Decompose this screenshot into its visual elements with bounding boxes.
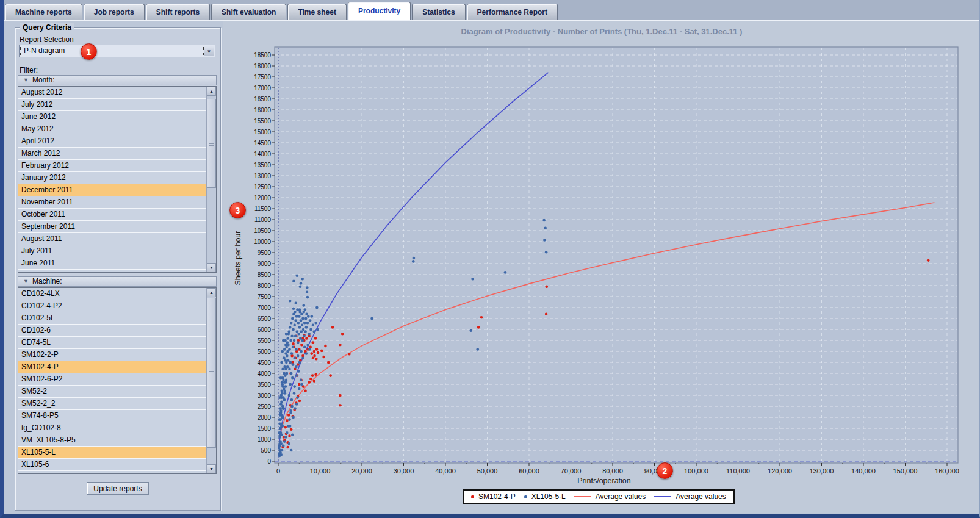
svg-text:16500: 16500 — [254, 96, 271, 103]
tab-shift-evaluation[interactable]: Shift evaluation — [211, 4, 286, 20]
content-area: Query Criteria Report Selection P-N diag… — [4, 20, 979, 514]
month-item[interactable]: July 2012 — [18, 99, 207, 111]
svg-text:12000: 12000 — [254, 195, 271, 201]
svg-text:12500: 12500 — [254, 184, 271, 190]
svg-text:11500: 11500 — [254, 206, 272, 212]
query-criteria-panel: Query Criteria Report Selection P-N diag… — [15, 27, 221, 511]
svg-text:14500: 14500 — [254, 140, 271, 146]
month-item[interactable]: October 2011 — [18, 209, 207, 221]
svg-text:17000: 17000 — [254, 85, 271, 92]
month-item[interactable]: June 2012 — [18, 111, 207, 123]
month-item[interactable]: January 2012 — [18, 172, 207, 184]
tab-job-reports[interactable]: Job reports — [84, 4, 145, 20]
svg-text:1500: 1500 — [258, 425, 272, 432]
month-item[interactable]: March 2012 — [18, 148, 207, 160]
month-item[interactable]: April 2012 — [18, 135, 207, 148]
month-item[interactable]: July 2011 — [18, 245, 207, 257]
callout-badge-2: 2 — [657, 462, 673, 479]
month-item[interactable]: August 2012 — [18, 87, 207, 99]
machine-item[interactable]: CD102-6 — [18, 325, 207, 337]
machine-item[interactable]: SM102-4-P — [18, 361, 207, 373]
svg-text:5000: 5000 — [258, 348, 272, 355]
month-item[interactable]: November 2011 — [18, 196, 207, 209]
svg-text:13000: 13000 — [254, 173, 271, 179]
svg-text:8500: 8500 — [258, 272, 272, 278]
month-item[interactable]: February 2012 — [18, 160, 207, 172]
scroll-down-arrow-icon[interactable]: ▼ — [207, 464, 216, 473]
month-item[interactable]: August 2011 — [18, 233, 207, 245]
legend-line-marker — [654, 496, 671, 497]
svg-text:2500: 2500 — [258, 403, 272, 410]
machine-item[interactable]: tg_CD102-8 — [18, 422, 207, 434]
svg-text:7500: 7500 — [258, 293, 272, 300]
tab-machine-reports[interactable]: Machine reports — [5, 4, 82, 20]
machine-item[interactable]: CD102-4LX — [18, 288, 207, 300]
callout-badge-3: 3 — [229, 202, 246, 218]
svg-text:60,000: 60,000 — [519, 467, 539, 475]
tab-time-sheet[interactable]: Time sheet — [287, 4, 346, 20]
machine-section-header[interactable]: ▼Machine: — [18, 276, 217, 287]
collapse-triangle-icon: ▼ — [23, 76, 29, 85]
collapse-triangle-icon: ▼ — [23, 277, 29, 286]
month-listbox: August 2012July 2012June 2012May 2012Apr… — [18, 86, 217, 273]
month-item[interactable]: May 2012 — [18, 123, 207, 135]
callout-badge-1: 1 — [81, 43, 97, 60]
update-reports-button[interactable]: Update reports — [87, 482, 149, 495]
chart-title: Diagram of Productivity - Number of Prin… — [461, 27, 743, 36]
svg-text:100,000: 100,000 — [684, 467, 708, 475]
svg-text:160,000: 160,000 — [935, 467, 959, 475]
month-item[interactable]: December 2011 — [18, 184, 207, 196]
machine-item[interactable]: SM102-6-P2 — [18, 373, 207, 386]
tab-statistics[interactable]: Statistics — [412, 4, 465, 20]
machine-item[interactable]: VM_XL105-8-P5 — [18, 434, 207, 447]
report-selection-dropdown[interactable]: P-N diagram ▼ — [19, 45, 215, 57]
machine-item[interactable]: XL105-5-L — [18, 447, 207, 459]
scrollbar-thumb[interactable] — [207, 298, 216, 448]
svg-text:0: 0 — [276, 467, 280, 475]
filter-label: Filter: — [20, 66, 38, 74]
month-section-label: Month: — [32, 76, 55, 84]
svg-text:13500: 13500 — [254, 162, 271, 168]
machine-scrollbar[interactable]: ▲ ▼ — [206, 288, 216, 473]
svg-text:70,000: 70,000 — [561, 467, 582, 475]
tab-bar: Machine reportsJob reportsShift reportsS… — [4, 0, 979, 20]
chevron-down-icon[interactable]: ▼ — [204, 46, 214, 56]
svg-text:3500: 3500 — [258, 381, 272, 388]
machine-item[interactable]: SM52-2_2 — [18, 398, 207, 410]
machine-item[interactable]: CD102-5L — [18, 312, 207, 325]
month-scrollbar[interactable]: ▲ ▼ — [206, 87, 216, 272]
tab-performance-report[interactable]: Performance Report — [467, 4, 558, 20]
tab-shift-reports[interactable]: Shift reports — [146, 4, 210, 20]
svg-text:16000: 16000 — [254, 107, 271, 113]
svg-text:17500: 17500 — [254, 74, 271, 81]
svg-text:40,000: 40,000 — [435, 467, 456, 475]
chart-legend: SM102-4-PXL105-5-LAverage valuesAverage … — [463, 489, 735, 504]
svg-text:6000: 6000 — [258, 326, 272, 333]
svg-text:3000: 3000 — [258, 392, 272, 399]
tab-productivity[interactable]: Productivity — [348, 2, 411, 20]
legend-dot-marker — [471, 495, 474, 498]
machine-item[interactable]: SM52-2 — [18, 386, 207, 398]
svg-text:10000: 10000 — [254, 239, 271, 245]
machine-listbox: CD102-4LXCD102-4-P2CD102-5LCD102-6CD74-5… — [18, 287, 217, 474]
machine-item[interactable]: SM74-8-P5 — [18, 410, 207, 422]
month-section-header[interactable]: ▼Month: — [18, 75, 217, 85]
machine-item[interactable]: SM102-2-P — [18, 349, 207, 361]
month-item[interactable]: September 2011 — [18, 221, 207, 233]
svg-text:9000: 9000 — [258, 261, 272, 267]
svg-text:50,000: 50,000 — [477, 467, 498, 475]
machine-item[interactable]: XL105-6 — [18, 459, 207, 471]
scroll-down-arrow-icon[interactable]: ▼ — [207, 263, 216, 272]
scrollbar-thumb[interactable] — [207, 99, 216, 188]
machine-item[interactable]: CD74-5L — [18, 337, 207, 349]
legend-line-marker — [574, 496, 591, 497]
y-axis-title: Sheets per hour — [234, 231, 242, 286]
svg-text:500: 500 — [261, 447, 271, 454]
svg-text:140,000: 140,000 — [851, 467, 876, 475]
month-item[interactable]: June 2011 — [18, 257, 207, 270]
svg-text:8000: 8000 — [258, 282, 272, 289]
scroll-up-arrow-icon[interactable]: ▲ — [207, 288, 216, 297]
machine-item[interactable]: CD102-4-P2 — [18, 300, 207, 312]
scroll-up-arrow-icon[interactable]: ▲ — [207, 87, 216, 96]
legend-dot-marker — [524, 495, 527, 498]
